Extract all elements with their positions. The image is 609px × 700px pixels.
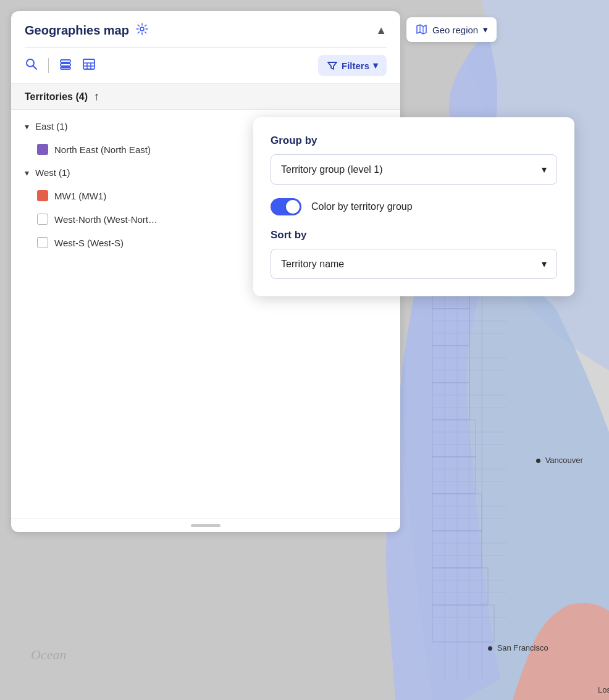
- geo-region-label: Geo region: [432, 25, 478, 35]
- vancouver-dot: [536, 459, 540, 463]
- territory-color-swatch: [37, 144, 48, 155]
- svg-line-28: [33, 65, 37, 69]
- layers-icon[interactable]: [59, 57, 72, 74]
- svg-point-26: [140, 27, 144, 31]
- territories-header: Territories (4) ↑: [11, 83, 400, 110]
- group-label: East (1): [35, 121, 68, 131]
- group-by-label: Group by: [271, 135, 557, 147]
- toolbar-icons-right: [59, 57, 96, 74]
- group-by-value: Territory group (level 1): [281, 164, 383, 175]
- territory-color-swatch: [37, 237, 48, 248]
- color-toggle-label: Color by territory group: [311, 201, 413, 212]
- group-by-chevron-icon: ▾: [542, 164, 547, 175]
- territory-label: West-North (West-Nort…: [54, 214, 158, 225]
- chevron-down-icon: ▾: [25, 168, 29, 178]
- vancouver-city-label: Vancouver: [536, 456, 583, 465]
- los-city-label: Los: [598, 685, 609, 694]
- geo-region-button[interactable]: Geo region ▾: [406, 17, 497, 42]
- sort-by-select[interactable]: Territory name ▾: [271, 249, 557, 279]
- group-by-select[interactable]: Territory group (level 1) ▾: [271, 154, 557, 185]
- territory-color-swatch: [37, 190, 48, 201]
- settings-icon[interactable]: [135, 22, 149, 38]
- svg-rect-31: [61, 67, 70, 69]
- filter-icon: [327, 60, 338, 71]
- toolbar: Filters ▾: [11, 48, 400, 83]
- svg-rect-29: [61, 60, 70, 62]
- filters-button[interactable]: Filters ▾: [318, 55, 387, 76]
- sort-asc-icon[interactable]: ↑: [94, 90, 99, 103]
- table-icon[interactable]: [82, 57, 96, 74]
- territory-label: MW1 (MW1): [54, 191, 106, 201]
- sort-by-value: Territory name: [281, 259, 344, 270]
- geo-region-chevron-icon: ▾: [483, 24, 488, 35]
- toolbar-divider: [48, 58, 49, 73]
- chevron-down-icon: ▾: [25, 122, 29, 131]
- panel-title: Geographies map: [25, 23, 129, 38]
- color-toggle-row: Color by territory group: [271, 198, 557, 215]
- panel-collapse-icon[interactable]: ▲: [376, 24, 387, 37]
- sort-by-chevron-icon: ▾: [542, 258, 547, 270]
- territory-label: West-S (West-S): [54, 238, 124, 248]
- panel-header: Geographies map ▲: [11, 11, 400, 47]
- san-francisco-dot: [488, 646, 492, 651]
- color-toggle[interactable]: [271, 198, 301, 215]
- geo-region-icon: [415, 23, 427, 36]
- toggle-thumb: [286, 200, 300, 214]
- territory-color-swatch: [37, 214, 48, 225]
- svg-rect-32: [83, 59, 94, 69]
- filters-label: Filters: [342, 60, 369, 71]
- ocean-label: Ocean: [31, 647, 66, 663]
- filters-dropdown-panel: Group by Territory group (level 1) ▾ Col…: [253, 117, 574, 296]
- territory-label: North East (North East): [54, 144, 151, 155]
- panel-empty-space: [11, 259, 400, 519]
- territories-count: Territories (4): [25, 91, 88, 102]
- panel-title-group: Geographies map: [25, 22, 149, 38]
- panel-bottom-bar: [11, 519, 400, 532]
- svg-rect-30: [61, 64, 70, 66]
- group-label: West (1): [35, 167, 70, 178]
- san-francisco-city-label: San Francisco: [488, 643, 548, 652]
- filters-chevron-icon: ▾: [373, 60, 378, 71]
- search-icon[interactable]: [25, 57, 38, 74]
- scroll-handle: [191, 524, 220, 527]
- sort-by-label: Sort by: [271, 229, 557, 241]
